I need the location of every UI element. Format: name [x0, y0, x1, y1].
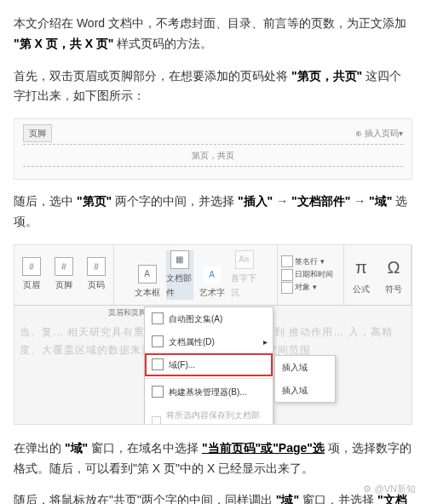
text: 窗口，在域名中选择 [91, 441, 199, 455]
insert-pagenum-hint: ⊕ 插入页码▾ [355, 126, 403, 140]
ribbon-sign-button[interactable]: 签名行 ▾ [281, 255, 325, 268]
ribbon-dropcap-button[interactable]: A≡首字下沉 [231, 250, 258, 300]
pagenum-icon: # [87, 257, 106, 276]
paragraph-step1: 首先，双击页眉或页脚部分，在想要添加的页码处将 "第页，共页" 这四个字打出来，… [14, 66, 412, 107]
text: 随后，将鼠标放在"共页"两个字的中间，同样调出 [14, 493, 273, 504]
bold-text: "域" [369, 194, 392, 208]
ribbon-formula-button[interactable]: π公式 [348, 253, 375, 296]
ribbon-symbol-button[interactable]: Ω符号 [380, 253, 407, 296]
text: 随后，选中 [14, 194, 73, 208]
dd-blocks[interactable]: 构建基块管理器(B)... [145, 381, 273, 404]
parts-icon: ▦ [170, 250, 189, 269]
text: 两个字的中间，并选择 [115, 194, 234, 208]
ribbon-pagenum-button[interactable]: #页码 [83, 257, 110, 292]
text: → [354, 194, 369, 208]
dd-autotext[interactable]: 自动图文集(A) [145, 307, 273, 330]
text: → [276, 194, 291, 208]
bold-text: "文档部件" [291, 194, 350, 208]
header-icon: # [22, 257, 41, 276]
ribbon-object-button[interactable]: 对象 ▾ [281, 281, 317, 294]
ribbon-screenshot: #页眉 #页脚 #页码 A文本框 ▦文档部件 A艺术字 A≡首字下沉 签名行 ▾… [14, 244, 412, 425]
paragraph-step2: 随后，选中 "第页" 两个字的中间，并选择 "插入" → "文档部件" → "域… [14, 192, 412, 232]
blocks-icon [152, 386, 164, 398]
bold-text: "域" [65, 441, 88, 455]
ribbon-datetime-button[interactable]: 日期和时间 [281, 268, 333, 281]
footer-label: 页脚 [23, 124, 52, 142]
dropcap-icon: A≡ [235, 250, 254, 269]
dd-docprop[interactable]: 文档属性(D)▸ [145, 330, 273, 353]
bold-text: "插入" [238, 194, 273, 208]
ribbon-footer-button[interactable]: #页脚 [50, 257, 78, 292]
datetime-icon [281, 269, 293, 281]
footer-icon: # [55, 257, 73, 276]
ribbon-header-button[interactable]: #页眉 [18, 257, 45, 292]
textbox-icon: A [138, 265, 157, 284]
field-icon [152, 358, 164, 370]
object-icon [281, 282, 293, 294]
wordart-icon: A [204, 266, 221, 284]
text: 首先，双击页眉或页脚部分，在想要添加的页码处将 [14, 69, 288, 83]
text: 样式页码的方法。 [117, 37, 212, 50]
ribbon-wordart-button[interactable]: A艺术字 [199, 266, 226, 300]
save-icon [152, 416, 161, 425]
docprop-icon [152, 335, 164, 347]
bold-text: "第 X 页，共 X 页" [14, 37, 114, 50]
header-footer-illustration: 页脚 ⊕ 插入页码▾ 第页，共页 [14, 118, 412, 180]
parts-dropdown: 自动图文集(A) 文档属性(D)▸ 域(F)... 插入域 插入域 构建基块管理… [144, 306, 273, 425]
footer-content: 第页，共页 [23, 144, 403, 167]
ribbon-parts-button[interactable]: ▦文档部件 [166, 250, 193, 300]
bold-text: "第页" [77, 194, 112, 208]
ribbon-textbox-button[interactable]: A文本框 [134, 265, 161, 300]
field-submenu: 插入域 插入域 [274, 355, 336, 403]
autotext-icon [152, 312, 164, 324]
group-label-hf: 页眉和页脚 [108, 306, 147, 319]
paragraph-step4: 随后，将鼠标放在"共页"两个字的中间，同样调出 "域" 窗口，并选择 "文档的页… [14, 490, 412, 504]
dd-save[interactable]: 将所选内容保存到文档部件库(S)... [145, 404, 273, 425]
paragraph-step3: 在弹出的 "域" 窗口，在域名中选择 "当前页码"或"Page"选 项，选择数字… [14, 438, 412, 479]
bold-text: "域" [276, 493, 299, 504]
watermark: ⚙ @VN新知 [363, 481, 416, 497]
pi-icon: π [355, 253, 367, 282]
sm-insertfield[interactable]: 插入域 [275, 356, 335, 379]
bold-text: "第页，共页" [291, 69, 362, 83]
omega-icon: Ω [388, 253, 400, 282]
ribbon-row: #页眉 #页脚 #页码 A文本框 ▦文档部件 A艺术字 A≡首字下沉 签名行 ▾… [14, 245, 412, 306]
bold-underline-text: "当前页码"或"Page"选 [202, 441, 325, 455]
sign-icon [281, 255, 293, 267]
paragraph-intro: 本文介绍在 Word 文档中，不考虑封面、目录、前言等的页数，为正文添加 "第 … [14, 14, 412, 54]
text: 在弹出的 [14, 441, 61, 455]
dd-field[interactable]: 域(F)... 插入域 插入域 [145, 353, 273, 376]
sm-insertblock[interactable]: 插入域 [275, 379, 335, 402]
text: 本文介绍在 Word 文档中，不考虑封面、目录、前言等的页数，为正文添加 [14, 16, 406, 30]
